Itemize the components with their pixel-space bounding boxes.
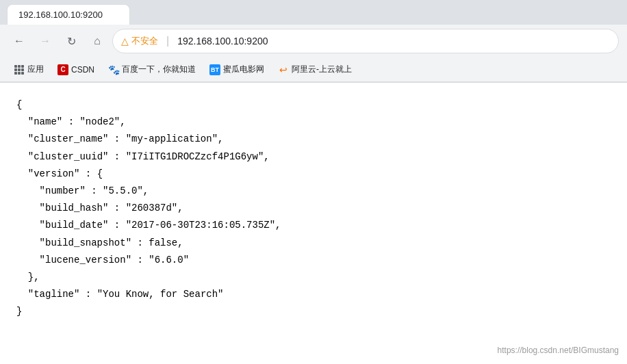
- bookmark-csdn[interactable]: C CSDN: [52, 62, 100, 78]
- json-build-hash-key: "build_hash": [40, 203, 109, 213]
- json-build-snapshot-key: "build_snapshot": [40, 237, 131, 248]
- bookmark-apps[interactable]: 应用: [8, 61, 49, 78]
- nav-bar: ← → ↻ ⌂ △ 不安全 | 192.168.100.10:9200: [0, 25, 627, 57]
- bookmarks-bar: 应用 C CSDN 🐾 百度一下，你就知道 BT 蜜瓜电影网 ↩ 阿里云-上云就…: [0, 57, 627, 82]
- json-build-date-key: "build_date": [40, 220, 109, 231]
- json-name-value: "node2": [79, 116, 120, 127]
- bookmark-bt[interactable]: BT 蜜瓜电影网: [204, 61, 270, 78]
- active-tab[interactable]: 192.168.100.10:9200: [7, 4, 130, 25]
- json-cluster-uuid-value: "I7iITG1DROCZzcf4P1G6yw": [126, 151, 264, 162]
- forward-button[interactable]: →: [34, 30, 56, 52]
- security-warning: △ 不安全: [121, 35, 158, 47]
- json-tagline-value: "You Know, for Search": [97, 289, 224, 300]
- csdn-icon: C: [57, 64, 68, 75]
- bookmark-aliyun[interactable]: ↩ 阿里云-上云就上: [272, 61, 357, 78]
- tab-title: 192.168.100.10:9200: [18, 10, 103, 20]
- json-build-snapshot-value: false: [149, 237, 177, 248]
- bt-icon: BT: [209, 64, 220, 75]
- json-name-key: "name": [28, 116, 62, 127]
- watermark: https://blog.csdn.net/BIGmustang: [498, 343, 619, 359]
- json-number-key: "number": [40, 185, 86, 196]
- json-version-key: "version": [28, 168, 80, 179]
- json-lucene-version-key: "lucene_version": [40, 255, 131, 265]
- json-cluster-name-value: "my-application": [126, 133, 218, 144]
- json-number-value: "5.5.0": [103, 185, 143, 196]
- json-build-hash-value: "260387d": [126, 203, 178, 213]
- bookmark-csdn-label: CSDN: [71, 65, 94, 75]
- content-area: { "name" : "node2", "cluster_name" : "my…: [0, 83, 627, 364]
- address-bar[interactable]: △ 不安全 | 192.168.100.10:9200: [112, 29, 619, 53]
- warning-icon: △: [121, 36, 129, 47]
- json-cluster-uuid-key: "cluster_uuid": [28, 151, 109, 162]
- apps-icon: [14, 64, 25, 75]
- baidu-icon: 🐾: [108, 64, 119, 75]
- json-tagline-key: "tagline": [28, 289, 80, 300]
- tab-bar: 192.168.100.10:9200: [0, 0, 627, 25]
- reload-button[interactable]: ↻: [60, 30, 82, 52]
- bookmark-aliyun-label: 阿里云-上云就上: [292, 64, 352, 75]
- bookmark-bt-label: 蜜瓜电影网: [223, 64, 264, 75]
- separator: |: [166, 35, 169, 47]
- address-text: 192.168.100.10:9200: [177, 36, 610, 47]
- back-button[interactable]: ←: [8, 30, 30, 52]
- json-lucene-version-value: "6.6.0": [149, 255, 189, 265]
- browser-chrome: 192.168.100.10:9200 ← → ↻ ⌂ △ 不安全 | 192.…: [0, 0, 627, 83]
- bookmark-baidu-label: 百度一下，你就知道: [122, 64, 196, 75]
- bookmark-apps-label: 应用: [27, 64, 44, 75]
- security-text: 不安全: [131, 35, 158, 47]
- json-cluster-name-key: "cluster_name": [28, 133, 109, 144]
- json-display: { "name" : "node2", "cluster_name" : "my…: [16, 96, 611, 320]
- home-button[interactable]: ⌂: [86, 30, 108, 52]
- aliyun-icon: ↩: [278, 64, 289, 75]
- bookmark-baidu[interactable]: 🐾 百度一下，你就知道: [103, 61, 201, 78]
- json-build-date-value: "2017-06-30T23:16:05.735Z": [126, 220, 275, 231]
